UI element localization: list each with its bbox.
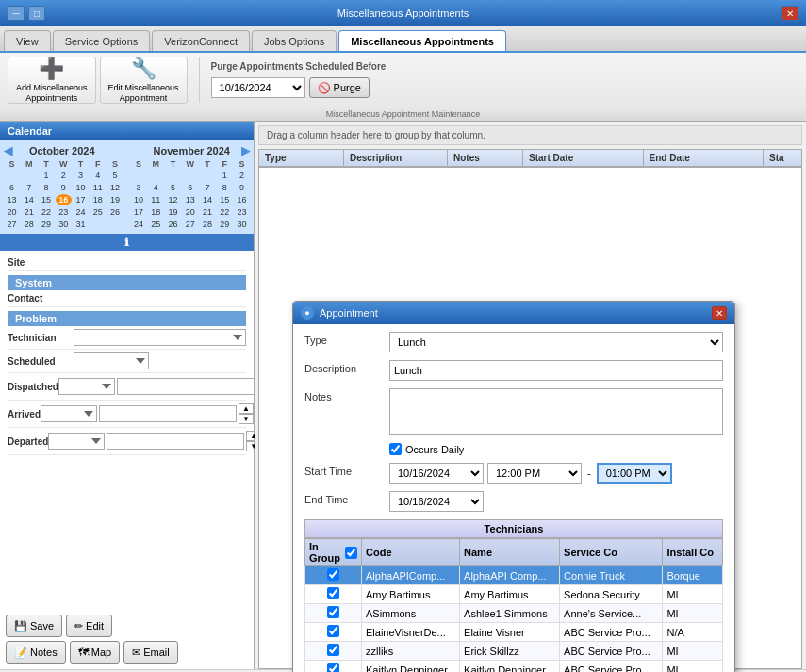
technicians-section: Technicians In Group Co: [304, 519, 723, 672]
col-install-co[interactable]: Install Co: [663, 539, 723, 566]
table-row[interactable]: Kaitlyn Denninger Kaitlyn Denninger ABC …: [305, 661, 723, 673]
end-time-controls: 10/16/2024: [389, 491, 484, 512]
dialog-close-btn[interactable]: ✕: [712, 306, 727, 320]
technician-select[interactable]: [74, 329, 246, 346]
map-icon: 🗺: [78, 647, 89, 658]
dispatched-input[interactable]: [117, 378, 255, 395]
table-row[interactable]: Amy Bartimus Amy Bartimus Sedona Securit…: [305, 585, 723, 604]
october-header: ◀ October 2024: [4, 144, 123, 157]
col-end-date[interactable]: End Date: [644, 150, 765, 166]
tab-jobs-options[interactable]: Jobs Options: [252, 30, 337, 51]
edit-pencil-icon: ✏: [74, 620, 83, 632]
table-row[interactable]: ASimmons Ashlee1 Simmons Anne's Service.…: [305, 604, 723, 623]
dialog-title-bar: ● Appointment ✕: [293, 302, 734, 324]
tech-table-body: AlphaAPIComp... AlphaAPI Comp... Connie …: [305, 566, 723, 673]
start-time-label: Start Time: [304, 463, 389, 477]
purge-btn-label: Purge: [334, 82, 361, 93]
type-row: Type Lunch Meeting Training Other: [304, 332, 723, 352]
november-header: November 2024 ▶: [131, 144, 251, 157]
description-input[interactable]: [389, 360, 723, 381]
departed-select[interactable]: [48, 433, 105, 450]
main-area: Calendar ◀ October 2024 S M T W T F S: [0, 122, 806, 669]
type-label: Type: [304, 332, 389, 346]
save-btn[interactable]: 💾 Save: [6, 615, 62, 637]
edit-btn-label: Edit MiscellaneousAppointment: [108, 83, 179, 104]
table-row[interactable]: zzlliks Erick Skillzz ABC Service Pro...…: [305, 642, 723, 661]
col-service-co[interactable]: Service Co: [560, 539, 663, 566]
purge-section: Purge Appointments Scheduled Before 10/1…: [211, 61, 387, 98]
arrived-input[interactable]: [99, 405, 237, 422]
tab-view[interactable]: View: [4, 30, 51, 51]
col-sta[interactable]: Sta: [764, 150, 801, 166]
arrived-down[interactable]: ▼: [239, 414, 254, 424]
email-btn[interactable]: ✉ Email: [123, 641, 178, 664]
start-date-select[interactable]: 10/16/2024: [389, 463, 484, 484]
next-month-btn[interactable]: ▶: [241, 144, 250, 157]
add-misc-appointments-btn[interactable]: ➕ Add MiscellaneousAppointments: [8, 57, 96, 104]
start-time-row: Start Time 10/16/2024 12:00 PM - 01:00 P…: [304, 463, 723, 484]
technicians-table: In Group Code Name Service Co Install Co: [304, 538, 723, 672]
arrived-up[interactable]: ▲: [239, 403, 254, 414]
scheduled-select[interactable]: [74, 352, 149, 369]
close-window-btn[interactable]: ✕: [781, 6, 798, 21]
notes-btn[interactable]: 📝 Notes: [6, 641, 66, 664]
tab-verizonconnect[interactable]: VerizonConnect: [152, 30, 250, 51]
technicians-header: Technicians: [304, 519, 723, 538]
prev-month-btn[interactable]: ◀: [4, 144, 12, 157]
description-label: Description: [304, 360, 389, 374]
ribbon-section-add: ➕ Add MiscellaneousAppointments 🔧 Edit M…: [8, 57, 188, 104]
col-notes[interactable]: Notes: [448, 150, 523, 166]
departed-input[interactable]: [107, 433, 244, 450]
table-row[interactable]: AlphaAPIComp... AlphaAPI Comp... Connie …: [305, 566, 723, 585]
notes-row: Notes: [304, 388, 723, 435]
left-panel-buttons: 💾 Save ✏ Edit: [0, 611, 254, 641]
minimize-btn[interactable]: ─: [8, 6, 25, 21]
table-row[interactable]: ElaineVisnerDe... Elaine Visner ABC Serv…: [305, 623, 723, 642]
col-type[interactable]: Type: [259, 150, 344, 166]
edit-misc-appointment-btn[interactable]: 🔧 Edit MiscellaneousAppointment: [100, 57, 188, 104]
notes-label: Notes: [304, 388, 389, 402]
calendar-november: November 2024 ▶ S M T W T F S 1: [131, 144, 251, 230]
maximize-btn[interactable]: □: [28, 6, 45, 21]
drag-hint: Drag a column header here to group by th…: [258, 125, 802, 145]
occurs-daily-checkbox[interactable]: [389, 443, 402, 455]
edit-btn[interactable]: ✏ Edit: [66, 615, 112, 637]
add-btn-label: Add MiscellaneousAppointments: [16, 83, 88, 104]
start-time-select[interactable]: 12:00 PM: [487, 463, 582, 484]
tab-misc-appointments[interactable]: Miscellaneous Appointments: [338, 30, 506, 51]
notes-textarea[interactable]: [389, 388, 723, 435]
col-start-date[interactable]: Start Date: [523, 150, 644, 166]
purge-btn[interactable]: 🚫 Purge: [309, 77, 370, 98]
in-group-all-checkbox[interactable]: [345, 547, 357, 559]
end-time-label: End Time: [304, 491, 389, 505]
start-time-end-select[interactable]: 01:00 PM: [597, 463, 672, 484]
system-contact-section: System: [8, 275, 246, 290]
tech-table-container: In Group Code Name Service Co Install Co: [304, 538, 723, 672]
dispatched-select[interactable]: [58, 378, 115, 395]
departed-row: Departed ▲ ▼: [8, 428, 246, 455]
arrived-select[interactable]: [41, 405, 97, 422]
email-icon: ✉: [132, 647, 140, 659]
tech-table-head: In Group Code Name Service Co Install Co: [305, 539, 723, 566]
add-icon: ➕: [39, 57, 64, 81]
dialog-body: Type Lunch Meeting Training Other Descri…: [293, 324, 734, 672]
notes-icon: 📝: [14, 647, 27, 659]
bottom-action-buttons: 📝 Notes 🗺 Map ✉ Email: [0, 641, 254, 669]
notes-label: Notes: [30, 647, 58, 658]
col-description[interactable]: Description: [344, 150, 448, 166]
email-label: Email: [143, 647, 170, 658]
time-separator: -: [587, 467, 591, 479]
purge-date-input[interactable]: 10/16/2024: [211, 77, 305, 98]
end-date-select[interactable]: 10/16/2024: [389, 491, 484, 512]
type-select[interactable]: Lunch Meeting Training Other: [389, 332, 723, 352]
dispatched-label: Dispatched: [8, 382, 58, 392]
col-in-group[interactable]: In Group: [305, 539, 362, 566]
col-code[interactable]: Code: [362, 539, 460, 566]
scheduled-row: Scheduled: [8, 350, 246, 373]
map-btn[interactable]: 🗺 Map: [70, 641, 120, 664]
technician-label: Technician: [8, 333, 74, 343]
contact-label: Contact: [8, 293, 74, 303]
col-name[interactable]: Name: [460, 539, 560, 566]
tab-service-options[interactable]: Service Options: [53, 30, 151, 51]
purge-icon: 🚫: [318, 82, 331, 94]
